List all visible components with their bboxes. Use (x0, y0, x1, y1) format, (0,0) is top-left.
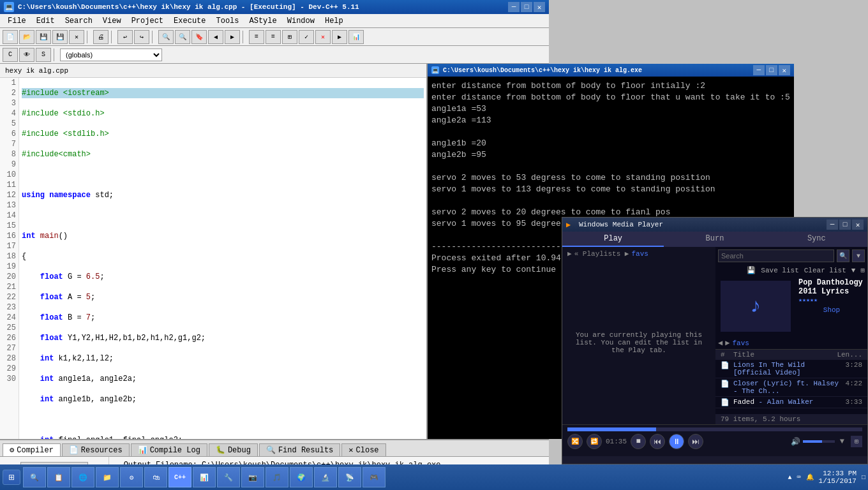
save-btn[interactable]: 💾 (36, 30, 51, 44)
indent-btn[interactable]: ≡ (249, 30, 264, 44)
tab-compiler[interactable]: ⚙ Compiler (3, 443, 61, 456)
taskbar-item-2[interactable]: 📋 (47, 467, 70, 487)
wmp-volume-bar[interactable] (803, 440, 835, 443)
wmp-search-button[interactable]: 🔍 (837, 249, 849, 262)
class-btn[interactable]: C (3, 48, 18, 62)
wmp-tab-play[interactable]: Play (562, 232, 664, 247)
unindent-btn[interactable]: ≡ (266, 30, 281, 44)
prev-btn[interactable]: ◀ (208, 30, 223, 44)
menu-tools[interactable]: Tools (211, 15, 244, 27)
wmp-nav-back-icon[interactable]: ◀ (718, 338, 722, 348)
taskbar-item-1[interactable]: 🔍 (23, 467, 46, 487)
undo-btn[interactable]: ↩ (117, 30, 133, 44)
menu-file[interactable]: File (3, 15, 31, 27)
wmp-tab-sync[interactable]: Sync (766, 232, 867, 247)
save-all-btn[interactable]: 💾 (52, 30, 68, 44)
close-file-btn[interactable]: ✕ (69, 30, 84, 44)
wmp-nav: ▶ « Playlists ▶ favs (562, 247, 715, 260)
taskbar-item-devplusplus[interactable]: C++ (168, 467, 191, 487)
menu-help[interactable]: Help (320, 15, 348, 27)
wmp-prev-button[interactable]: ⏮ (650, 434, 665, 449)
menu-edit[interactable]: Edit (31, 15, 60, 27)
check-btn[interactable]: ✓ (299, 30, 314, 44)
replace-btn[interactable]: 🔍 (175, 30, 190, 44)
taskbar-item-store[interactable]: 🛍 (144, 467, 167, 487)
tab-resources[interactable]: 📄 Resources (62, 443, 130, 456)
next-btn[interactable]: ▶ (225, 30, 240, 44)
wmp-next-button[interactable]: ⏭ (688, 434, 703, 449)
wmp-shuffle-button[interactable]: 🔀 (567, 434, 583, 449)
wmp-minimize-button[interactable]: ─ (827, 219, 838, 230)
taskbar-item-settings[interactable]: ⚙ (120, 467, 143, 487)
taskbar-item-edge[interactable]: 🌐 (71, 467, 94, 487)
new-btn[interactable]: 📄 (3, 30, 18, 44)
taskbar-item-app8[interactable]: 🎮 (363, 467, 385, 487)
toggle-btn[interactable]: ⊞ (282, 30, 297, 44)
taskbar-item-app7[interactable]: 📡 (338, 467, 361, 487)
menu-search[interactable]: Search (60, 15, 98, 27)
run-btn[interactable]: ▶ (332, 30, 347, 44)
taskbar-item-app4[interactable]: 🎵 (266, 467, 288, 487)
start-button[interactable]: ⊞ (3, 470, 20, 485)
taskbar-item-app6[interactable]: 🔬 (314, 467, 337, 487)
wmp-shop-button[interactable]: Shop (798, 306, 865, 314)
wmp-repeat-button[interactable]: 🔁 (587, 434, 602, 449)
chart-btn[interactable]: 📊 (348, 30, 364, 44)
wmp-fullscreen-button[interactable]: ⊞ (851, 436, 862, 447)
watch-btn[interactable]: 👁 (19, 48, 34, 62)
wmp-pause-button[interactable]: ⏸ (669, 434, 684, 449)
tab-debug[interactable]: 🐛 Debug (209, 443, 258, 456)
redo-btn[interactable]: ↪ (134, 30, 149, 44)
notifications-panel-icon[interactable]: □ (862, 474, 865, 481)
print-btn[interactable]: 🖨 (93, 30, 108, 44)
wmp-playlist-item[interactable]: 📄 Faded - Alan Walker 3:33 (715, 397, 867, 408)
wmp-back-icon[interactable]: ▶ (567, 249, 572, 258)
wmp-stars[interactable]: ★★★★★ (798, 296, 865, 304)
wmp-options-icon[interactable]: ▼ (851, 267, 856, 274)
system-tray-arrow[interactable]: ▲ (788, 474, 792, 481)
close-button[interactable]: ✕ (534, 2, 545, 12)
wmp-search-input[interactable] (718, 249, 834, 262)
wmp-fullscreen-icon[interactable]: ⊞ (860, 266, 865, 274)
tab-findresults[interactable]: 🔍 Find Results (259, 443, 340, 456)
wmp-stop-button[interactable]: ■ (631, 434, 646, 449)
taskbar-item-app5[interactable]: 🌍 (290, 467, 313, 487)
wmp-more-options-icon[interactable]: ▼ (840, 437, 844, 446)
taskbar-item-explorer[interactable]: 📁 (96, 467, 119, 487)
tab-close[interactable]: ✕ Close (341, 443, 385, 456)
compile-btn[interactable]: ✕ (315, 30, 331, 44)
console-minimize[interactable]: ─ (753, 65, 765, 75)
open-btn[interactable]: 📂 (19, 30, 34, 44)
menu-window[interactable]: Window (282, 15, 320, 27)
wmp-nav-fwd-icon[interactable]: ▶ (725, 338, 730, 348)
notification-icon[interactable]: 🔔 (806, 473, 814, 481)
taskbar-item-app3[interactable]: 📷 (241, 467, 264, 487)
wmp-clear-list-button[interactable]: Clear list (804, 267, 846, 274)
find-btn[interactable]: 🔍 (158, 30, 174, 44)
bookmark-btn[interactable]: 🔖 (191, 30, 207, 44)
file-tab[interactable]: hexy ik alg.cpp (0, 64, 426, 78)
wmp-search-options-button[interactable]: ▼ (852, 249, 865, 262)
wmp-save-list-button[interactable]: Save list (761, 267, 798, 274)
maximize-button[interactable]: □ (521, 2, 532, 12)
wmp-tab-burn[interactable]: Burn (664, 232, 765, 247)
wmp-close-button[interactable]: ✕ (852, 219, 864, 230)
scope-combo[interactable]: (globals) (60, 48, 162, 61)
wmp-maximize-button[interactable]: □ (839, 219, 851, 230)
struct-btn[interactable]: S (36, 48, 51, 62)
taskbar-item-app2[interactable]: 🔧 (217, 467, 240, 487)
menu-project[interactable]: Project (126, 15, 168, 27)
wmp-playlist-item[interactable]: 📄 Closer (Lyric) ft. Halsey - The Ch... … (715, 378, 867, 397)
menu-astyle[interactable]: AStyle (244, 15, 282, 27)
code-text[interactable]: #include <iostream> #include <stdio.h> #… (19, 78, 426, 439)
console-close[interactable]: ✕ (779, 65, 790, 75)
console-maximize[interactable]: □ (766, 65, 777, 75)
debug-icon: 🐛 (216, 445, 225, 455)
menu-view[interactable]: View (98, 15, 126, 27)
wmp-playlist-item[interactable]: 📄 Lions In The Wild [Official Video] 3:2… (715, 360, 867, 378)
minimize-button[interactable]: ─ (508, 2, 520, 12)
taskbar-item-app1[interactable]: 📊 (193, 467, 216, 487)
tab-compilelog[interactable]: 📊 Compile Log (131, 443, 207, 456)
wmp-progress-bar[interactable] (567, 427, 862, 431)
menu-execute[interactable]: Execute (168, 15, 211, 27)
